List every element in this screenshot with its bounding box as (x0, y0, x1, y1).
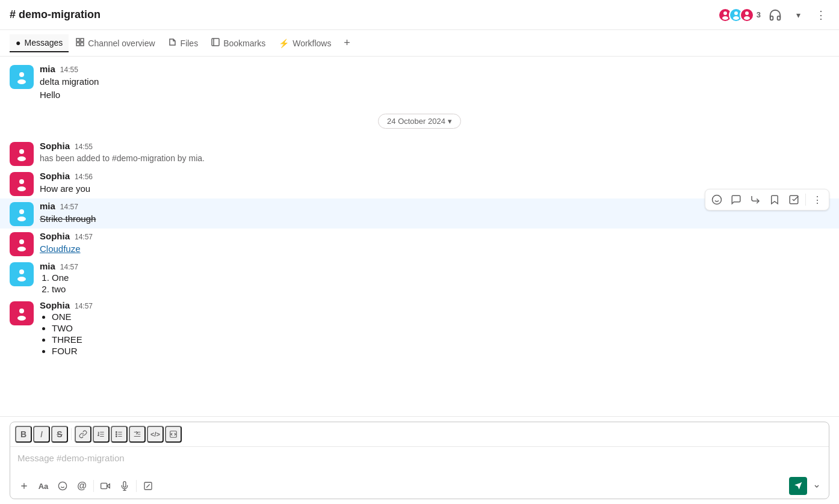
list-item: FOUR (52, 346, 829, 356)
date-separator[interactable]: 24 October 2024 ▾ (0, 114, 839, 129)
list-item: One (52, 272, 829, 283)
bold-button[interactable]: B (15, 426, 32, 443)
create-task-button[interactable] (785, 191, 803, 209)
message-text: has been added to #demo-migration by mia… (40, 152, 829, 165)
channel-header: # demo-migration 3 ▾ ⋮ (0, 0, 839, 30)
message-body: Sophia 14:55 has been added to #demo-mig… (40, 141, 829, 166)
svg-rect-9 (81, 43, 84, 46)
indent-button[interactable] (129, 426, 146, 443)
compose-footer: Aa @ (10, 473, 829, 499)
timestamp: 14:57 (75, 233, 93, 241)
avatar (10, 65, 34, 89)
list-item: THREE (52, 334, 829, 345)
message-item: mia 14:55 delta migration Hello (0, 61, 839, 104)
input-placeholder: Message #demo-migration (17, 453, 125, 463)
chevron-down-icon[interactable]: ▾ (790, 7, 806, 23)
svg-rect-8 (76, 43, 79, 46)
code-block-button[interactable] (165, 426, 182, 443)
svg-point-1 (722, 16, 728, 20)
link-button[interactable] (75, 426, 91, 443)
nav-tabs: ● Messages Channel overview Files Bookma… (0, 30, 839, 57)
message-meta: Sophia 14:56 (40, 171, 829, 181)
tab-workflows[interactable]: ⚡ Workflows (273, 35, 337, 52)
emoji-button[interactable] (54, 477, 72, 495)
members-avatars[interactable]: 3 (718, 8, 761, 22)
timestamp: 14:57 (60, 203, 78, 211)
channel-title: # demo-migration (10, 8, 101, 21)
add-tab-button[interactable]: + (338, 35, 355, 52)
ordered-list-button[interactable] (93, 426, 110, 443)
svg-point-24 (19, 239, 24, 244)
svg-point-15 (17, 156, 26, 161)
tab-bookmarks-label: Bookmarks (223, 38, 265, 48)
strikethrough-button[interactable]: S (51, 426, 68, 443)
reply-button[interactable] (727, 191, 745, 209)
avatar (10, 172, 34, 196)
send-dropdown-button[interactable] (810, 477, 824, 495)
message-meta: Sophia 14:57 (40, 300, 829, 310)
svg-point-2 (734, 11, 738, 15)
svg-point-3 (733, 16, 739, 20)
timestamp: 14:55 (60, 66, 78, 74)
avatar (10, 202, 34, 226)
sender-name: mia (40, 261, 55, 271)
tab-channel-overview[interactable]: Channel overview (70, 34, 161, 52)
list-item: two (52, 284, 829, 294)
date-label: 24 October 2024 (387, 117, 445, 126)
list-item: TWO (52, 323, 829, 333)
footer-divider (93, 480, 94, 492)
files-tab-icon (169, 38, 177, 48)
svg-rect-49 (101, 483, 107, 488)
font-size-button[interactable]: Aa (34, 477, 52, 495)
message-text-link[interactable]: Cloudfuze (40, 242, 829, 256)
headset-button[interactable] (767, 7, 784, 23)
svg-line-53 (146, 484, 149, 487)
more-options-button[interactable]: ⋮ (813, 7, 829, 23)
svg-point-18 (19, 209, 24, 214)
tab-workflows-label: Workflows (293, 38, 331, 48)
bullet-list: ONE TWO THREE FOUR (40, 312, 829, 356)
svg-point-38 (116, 436, 117, 437)
svg-point-45 (58, 482, 66, 490)
svg-rect-6 (76, 38, 79, 41)
bullet-list-button[interactable] (111, 426, 128, 443)
message-body: Sophia 14:57 Cloudfuze (40, 231, 829, 256)
tab-messages[interactable]: ● Messages (10, 34, 69, 52)
forward-button[interactable] (746, 191, 764, 209)
more-actions-button[interactable]: ⋮ (808, 191, 826, 209)
svg-point-37 (116, 434, 117, 435)
svg-point-19 (17, 217, 26, 221)
tab-channel-overview-label: Channel overview (88, 38, 155, 48)
message-input[interactable]: Message #demo-migration (10, 447, 829, 473)
svg-marker-55 (794, 482, 802, 490)
ordered-list: One two (40, 272, 829, 294)
video-button[interactable] (96, 477, 114, 495)
channel-title-area: # demo-migration (10, 8, 101, 21)
add-attachment-button[interactable] (15, 477, 33, 495)
message-meta: Sophia 14:57 (40, 231, 829, 241)
slash-command-button[interactable] (139, 477, 157, 495)
mention-button[interactable]: @ (73, 477, 91, 495)
svg-point-12 (19, 72, 24, 77)
send-button[interactable] (789, 477, 807, 495)
code-button[interactable]: </> (147, 426, 164, 443)
tab-bookmarks[interactable]: Bookmarks (205, 34, 271, 52)
message-meta: Sophia 14:55 (40, 141, 829, 151)
italic-button[interactable]: I (33, 426, 50, 443)
tab-messages-label: Messages (24, 38, 63, 48)
action-toolbar: ⋮ (705, 189, 829, 211)
toolbar-divider (71, 428, 72, 440)
tab-files[interactable]: Files (163, 34, 205, 52)
avatar (10, 301, 34, 325)
date-pill[interactable]: 24 October 2024 ▾ (378, 114, 461, 129)
audio-button[interactable] (116, 477, 134, 495)
message-body: mia 14:55 delta migration Hello (40, 64, 829, 102)
bookmarks-tab-icon (211, 38, 220, 48)
toolbar-divider (805, 194, 806, 206)
svg-point-29 (17, 316, 26, 321)
bookmark-button[interactable] (766, 191, 784, 209)
avatar (10, 262, 34, 286)
messages-tab-icon: ● (16, 38, 20, 48)
emoji-reaction-button[interactable] (708, 191, 726, 209)
message-item: Sophia 14:55 has been added to #demo-mig… (0, 138, 839, 168)
